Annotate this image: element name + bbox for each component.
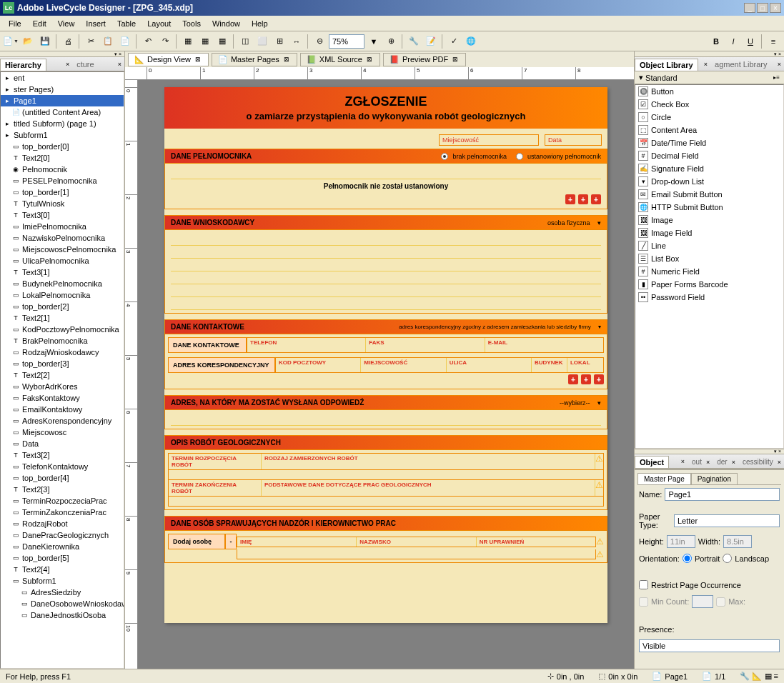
paste-button[interactable]: 📄: [117, 34, 133, 49]
landscape-radio[interactable]: [723, 554, 732, 563]
library-item[interactable]: 🔘Button: [635, 85, 783, 98]
tree-item[interactable]: ▭top_border[0]: [1, 141, 124, 152]
grid-button[interactable]: ▦: [180, 34, 196, 49]
library-item[interactable]: ▾Drop-down List: [635, 175, 783, 188]
fragment-library-tab[interactable]: agment Library: [710, 59, 771, 70]
tree-item[interactable]: ▭DanePracGeologicznych: [1, 529, 124, 541]
hierarchy-tab-close[interactable]: ×: [66, 61, 69, 68]
tree-item[interactable]: ▭WyborAdrKores: [1, 381, 124, 392]
tree-item[interactable]: ▸ster Pages): [1, 84, 124, 95]
name-input[interactable]: [665, 488, 780, 501]
align1-button[interactable]: ◫: [237, 34, 253, 49]
remove-osobe-button[interactable]: -: [225, 534, 237, 549]
tree-item[interactable]: ▭top_border[2]: [1, 301, 124, 312]
tree-item[interactable]: TText2[0]: [1, 152, 124, 164]
tree-item[interactable]: ▭TelefonKontaktowy: [1, 461, 124, 472]
library-item[interactable]: ○Circle: [635, 111, 783, 124]
tree-item[interactable]: ▭top_border[5]: [1, 552, 124, 564]
tree-item[interactable]: ▭Data: [1, 438, 124, 449]
tree-item[interactable]: ▭top_border[1]: [1, 186, 124, 198]
undo-button[interactable]: ↶: [140, 34, 156, 49]
radio-brak[interactable]: [441, 153, 448, 160]
lang-button[interactable]: 🌐: [463, 34, 479, 49]
close-button[interactable]: ×: [770, 3, 781, 13]
doc-tab-preview-pdf[interactable]: 📕Preview PDF⊠: [383, 53, 466, 66]
add-button-2[interactable]: +: [578, 194, 588, 204]
doc-tab-master-pages[interactable]: 📄Master Pages⊠: [212, 53, 297, 66]
tree-item[interactable]: ▭top_border[3]: [1, 358, 124, 369]
tool2-button[interactable]: 📝: [423, 34, 439, 49]
spell-button[interactable]: ✓: [446, 34, 462, 49]
objlib-close[interactable]: ×: [704, 61, 708, 68]
library-item[interactable]: ╱Line: [635, 239, 783, 252]
zoom-input[interactable]: [329, 34, 364, 49]
tree-item[interactable]: ▭NazwiskoPelnomocnika: [1, 232, 124, 244]
tree-item[interactable]: TText3[1]: [1, 266, 124, 278]
tree-item[interactable]: ▭TerminZakonczeniaPrac: [1, 507, 124, 518]
tree-item[interactable]: ▭DaneOsoboweWnioskodaw: [1, 598, 124, 609]
collapse-icon[interactable]: ▾: [639, 73, 643, 82]
data-field[interactable]: Data: [545, 134, 602, 146]
bold-button[interactable]: B: [708, 34, 724, 49]
tab-close[interactable]: ⊠: [282, 56, 291, 63]
tree-item[interactable]: TText3[0]: [1, 209, 124, 221]
grid3-button[interactable]: ▦: [214, 34, 230, 49]
tree-item[interactable]: ▭DaneKierownika: [1, 541, 124, 552]
tree-item[interactable]: ▭top_border[4]: [1, 472, 124, 484]
zoom-in-button[interactable]: ⊕: [383, 34, 399, 49]
align3-button[interactable]: ⊞: [272, 34, 287, 49]
dropdown-icon[interactable]: ▾: [597, 219, 601, 226]
tree-item[interactable]: 📄(untitled Content Area): [1, 106, 124, 118]
panel-grip[interactable]: ▾ ×: [635, 51, 784, 57]
tree-item[interactable]: ▭FaksKontaktowy: [1, 392, 124, 404]
paper-input[interactable]: [674, 514, 780, 527]
minimize-button[interactable]: _: [744, 3, 755, 13]
menu-layout[interactable]: Layout: [142, 18, 177, 29]
panel-grip[interactable]: ▾ ×: [635, 449, 784, 454]
copy-button[interactable]: 📋: [100, 34, 116, 49]
tree-item[interactable]: TText2[2]: [1, 369, 124, 381]
structure-tab[interactable]: cture: [72, 59, 98, 70]
grid2-button[interactable]: ▦: [197, 34, 213, 49]
tree-item[interactable]: ▭TerminRozpoczeciaPrac: [1, 495, 124, 507]
tree-item[interactable]: ▭PESELPelnomocnika: [1, 175, 124, 186]
pagination-subtab[interactable]: Pagination: [691, 473, 738, 484]
tree-item[interactable]: ▭MiejscowoscPelnomocnika: [1, 244, 124, 255]
add-button-3[interactable]: +: [591, 194, 601, 204]
form-page[interactable]: ZGŁOSZENIE o zamiarze przystąpienia do w…: [164, 87, 607, 623]
tree-item[interactable]: ▭EmailKontaktowy: [1, 404, 124, 415]
library-item[interactable]: ⬚Content Area: [635, 124, 783, 136]
object-tab[interactable]: Object: [635, 456, 669, 468]
tree-item[interactable]: TText2[4]: [1, 564, 124, 575]
doc-tab-design-view[interactable]: 📐Design View⊠: [128, 53, 209, 66]
tree-item[interactable]: ▸ent: [1, 72, 124, 84]
align-left-button[interactable]: ≡: [765, 34, 781, 49]
tree-item[interactable]: ▭AdresKorenspondencyjny: [1, 415, 124, 427]
maximize-button[interactable]: □: [757, 3, 768, 13]
portrait-radio[interactable]: [683, 554, 692, 563]
tool1-button[interactable]: 🔧: [406, 34, 422, 49]
library-item[interactable]: ☑Check Box: [635, 98, 783, 111]
tree-item[interactable]: ▭BudynekPelnomocnika: [1, 278, 124, 289]
object-library-tab[interactable]: Object Library: [635, 59, 698, 71]
tab-close[interactable]: ×: [778, 459, 781, 466]
tree-item[interactable]: ▭Miejscowosc: [1, 427, 124, 438]
tree-item[interactable]: ▭KodPocztowyPelnomocnika: [1, 324, 124, 335]
zoom-out-button[interactable]: ⊖: [312, 34, 327, 49]
menu-table[interactable]: Table: [111, 18, 142, 29]
menu-help[interactable]: Help: [246, 18, 274, 29]
tree-item[interactable]: ▭Subform1: [1, 575, 124, 587]
library-item[interactable]: ✉Email Submit Button: [635, 188, 783, 201]
library-item[interactable]: ✍Signature Field: [635, 162, 783, 175]
italic-button[interactable]: I: [725, 34, 741, 49]
tree-item[interactable]: ▸titled Subform) (page 1): [1, 118, 124, 129]
tab-close[interactable]: ⊠: [451, 56, 460, 63]
tree-item[interactable]: ▭UlicaPelnomocnika: [1, 255, 124, 266]
add-button-1[interactable]: +: [565, 194, 575, 204]
miejscowosc-field[interactable]: Miejscowość: [439, 134, 539, 146]
library-item[interactable]: 📅Date/Time Field: [635, 136, 783, 149]
object-library-list[interactable]: 🔘Button☑Check Box○Circle⬚Content Area📅Da…: [635, 84, 784, 449]
add-button-6[interactable]: +: [594, 374, 604, 384]
tab-close[interactable]: ⊠: [194, 56, 202, 63]
new-button[interactable]: 📄▼: [3, 34, 19, 49]
